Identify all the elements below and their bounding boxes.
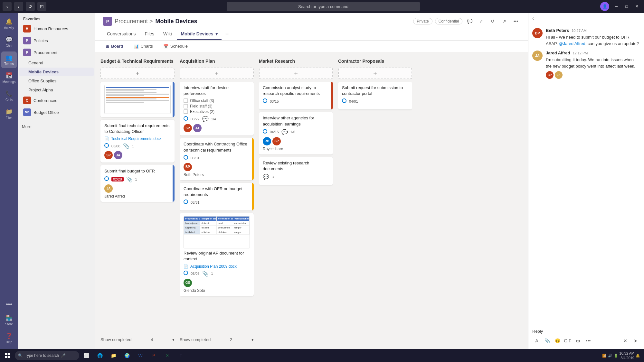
sidebar-item-mobile-devices[interactable]: Mobile Devices — [19, 68, 94, 76]
sidebar-item-policies[interactable]: P Policies ••• — [19, 35, 94, 46]
tab-wiki[interactable]: Wiki — [159, 29, 175, 40]
sub-tab-schedule[interactable]: 📅 Schedule — [161, 42, 190, 50]
tab-files[interactable]: Files — [141, 29, 158, 40]
tab-mobile-devices[interactable]: Mobile Devices ▾ — [177, 29, 222, 40]
maximize-button[interactable]: □ — [622, 2, 631, 11]
privacy-badge[interactable]: Private — [413, 18, 432, 24]
refresh-header-icon[interactable]: ↺ — [488, 17, 497, 26]
sub-tab-charts[interactable]: 📊 Charts — [131, 42, 156, 50]
command-search-input[interactable] — [227, 2, 420, 11]
rail-item-more[interactable]: ••• — [1, 299, 17, 311]
doc-line — [106, 98, 156, 99]
sidebar-item-project-alpha[interactable]: Project Alpha — [19, 86, 94, 94]
tab-files-label: Files — [145, 31, 155, 36]
network-icon[interactable]: 📶 — [602, 354, 607, 358]
checkbox-2[interactable] — [184, 104, 188, 108]
card-mr2-extra: Royce Haro — [263, 147, 329, 151]
new-window-button[interactable]: ⊡ — [37, 2, 46, 11]
card-c2-attachment[interactable]: 📄 Technical Requirements.docx — [104, 136, 171, 141]
sidebar-item-general[interactable]: General — [19, 59, 94, 67]
start-button[interactable] — [1, 349, 14, 362]
task-view-button[interactable]: ⬜ — [80, 349, 93, 362]
back-button[interactable]: ‹ — [3, 2, 12, 11]
rail-item-store[interactable]: 🏪 Store — [1, 312, 17, 329]
ie-button[interactable]: 🌍 — [120, 349, 133, 362]
message-beth-peters: BP Beth Peters 10:27 AM Hi all - We need… — [532, 28, 640, 47]
sidebar-item-office-supplies[interactable]: Office Supplies — [19, 77, 94, 85]
rail-item-files[interactable]: 📁 Files — [1, 106, 17, 122]
sidebar-item-budget-office[interactable]: BO Budget Office ••• — [19, 107, 94, 118]
card-mr1[interactable]: ••• Commission analyst study to research… — [259, 82, 333, 109]
edge-button[interactable]: 🌐 — [93, 349, 106, 362]
windows-search-bar[interactable]: 🔍 Type here to search 🎤 — [15, 351, 79, 360]
meetings-icon: 📅 — [5, 72, 13, 79]
card-mr2[interactable]: ••• Interview other agencies for acquisi… — [259, 112, 333, 154]
word-button[interactable]: W — [134, 349, 147, 362]
rail-item-teams[interactable]: 👥 Teams — [1, 51, 17, 68]
user-avatar[interactable]: 👤 — [600, 2, 609, 11]
card-ac4[interactable]: ••• Proposed to date Mitigation steps Ve… — [180, 213, 254, 296]
close-button[interactable]: ✕ — [632, 2, 641, 11]
system-clock[interactable]: 10:32 AM 3/4/2019 — [620, 351, 634, 360]
sticker-icon[interactable]: 🎟 — [573, 336, 582, 345]
sidebar-item-conferences[interactable]: C Conferences ••• — [19, 95, 94, 106]
rail-item-calls[interactable]: 📞 Calls — [1, 88, 17, 104]
forward-button[interactable]: › — [14, 2, 23, 11]
column-market-research-add[interactable]: + — [259, 68, 333, 79]
refresh-button[interactable]: ↺ — [26, 2, 35, 11]
tab-add-button[interactable]: + — [223, 28, 232, 40]
gif-icon[interactable]: GIF — [563, 336, 572, 345]
card-mr3[interactable]: ••• Review existing research documents 💬… — [259, 157, 333, 185]
panel-collapse-icon[interactable]: ‹ — [532, 15, 534, 21]
minimize-button[interactable]: ─ — [612, 2, 621, 11]
sub-tab-board[interactable]: ⊞ Board — [103, 42, 126, 50]
column-contractor-add[interactable]: + — [338, 68, 412, 79]
notification-icon[interactable]: 🔔 — [636, 354, 640, 358]
excel-button[interactable]: X — [161, 349, 174, 362]
rail-item-meetings[interactable]: 📅 Meetings — [1, 70, 17, 86]
emoji-icon[interactable]: 😊 — [553, 336, 562, 345]
close-reply-icon[interactable]: ✕ — [621, 336, 630, 345]
sidebar-item-procurement[interactable]: P Procurement ••• — [19, 47, 94, 58]
rail-item-activity-label: Activity — [4, 26, 14, 30]
card-ac3[interactable]: ••• Coordinate with OFR on budget requir… — [180, 183, 254, 210]
mention-jared[interactable]: @Jared Alfred — [559, 41, 585, 46]
column-budget-show-completed[interactable]: Show completed 4 ▾ — [100, 335, 175, 344]
file-explorer-button[interactable]: 📁 — [107, 349, 120, 362]
card-c2[interactable]: ••• Submit final technical requirements … — [100, 120, 175, 162]
column-budget-tech-add[interactable]: + — [100, 68, 175, 79]
card-c1[interactable] — [100, 82, 175, 117]
sidebar-more-button[interactable]: More — [18, 122, 95, 131]
card-ac4-attachment-name: Acquisition Plan 2009.docx — [190, 264, 237, 269]
sidebar-item-human-resources[interactable]: H Human Resources ••• — [19, 23, 94, 34]
format-bold-icon[interactable]: A — [532, 336, 541, 345]
expand-icon[interactable]: ⤢ — [477, 17, 486, 26]
volume-icon[interactable]: 🔊 — [608, 354, 612, 358]
teams-taskbar-button[interactable]: T — [175, 349, 187, 362]
card-ac4-attachment[interactable]: 📄 Acquisition Plan 2009.docx — [184, 264, 250, 269]
column-acquisition-add[interactable]: + — [180, 68, 254, 79]
card-ac1[interactable]: ••• Interview staff for device preferenc… — [180, 82, 254, 135]
rail-item-chat[interactable]: 💬 Chat — [1, 33, 17, 50]
column-budget-tech: Budget & Technical Requirements + — [100, 57, 175, 344]
more-header-icon[interactable]: ••• — [511, 17, 520, 26]
files-icon: 📁 — [5, 108, 13, 115]
tab-conversations[interactable]: Conversations — [103, 29, 140, 40]
checkbox-1[interactable] — [184, 98, 188, 103]
checkbox-3[interactable] — [184, 109, 188, 114]
confidential-badge[interactable]: Confidential — [435, 18, 462, 24]
card-cp1[interactable]: ••• Submit request for submission to con… — [338, 82, 412, 109]
chat-header-icon[interactable]: 💬 — [465, 17, 474, 26]
teams-icon: 👥 — [5, 54, 13, 61]
rail-item-activity[interactable]: 🔔 Activity — [1, 15, 17, 32]
attach-icon[interactable]: 📎 — [543, 336, 552, 345]
rail-item-help[interactable]: ❓ Help — [1, 330, 17, 347]
powerpoint-button[interactable]: P — [147, 349, 160, 362]
more-options-icon[interactable]: ••• — [584, 336, 593, 345]
open-external-icon[interactable]: ↗ — [500, 17, 509, 26]
tab-dropdown-icon[interactable]: ▾ — [215, 31, 218, 36]
send-icon[interactable]: ➤ — [631, 336, 640, 345]
card-c3[interactable]: ••• Submit final budget to OFR 02/28 📎 1… — [100, 165, 175, 201]
card-ac2[interactable]: ••• Coordinate with Contracting Office o… — [180, 138, 254, 180]
column-acquisition-show-completed[interactable]: Show completed 2 ▾ — [180, 335, 254, 344]
